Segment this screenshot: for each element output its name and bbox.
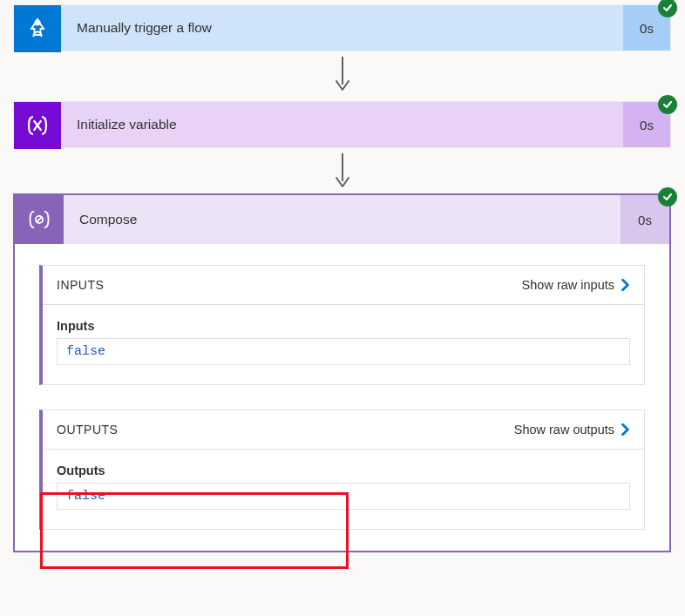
flow-step-trigger[interactable]: Manually trigger a flow 0s <box>13 4 671 51</box>
compose-body: INPUTS Show raw inputs Inputs false OUTP… <box>15 244 669 551</box>
outputs-field-label: Outputs <box>57 464 630 477</box>
show-raw-outputs-button[interactable]: Show raw outputs <box>514 423 632 437</box>
success-badge-icon <box>658 187 677 206</box>
show-raw-inputs-label: Show raw inputs <box>522 278 614 292</box>
inputs-panel: INPUTS Show raw inputs Inputs false <box>39 265 645 385</box>
step-title: Compose <box>64 195 621 244</box>
inputs-field-value: false <box>57 338 630 365</box>
svg-line-4 <box>37 217 42 222</box>
chevron-right-icon <box>620 279 632 291</box>
compose-icon <box>15 195 64 244</box>
success-badge-icon <box>658 95 677 114</box>
variable-icon <box>14 102 61 149</box>
inputs-field-label: Inputs <box>57 319 630 333</box>
inputs-header: INPUTS Show raw inputs <box>43 266 644 305</box>
compose-header[interactable]: Compose 0s <box>15 195 669 244</box>
inputs-body: Inputs false <box>43 305 644 384</box>
step-title: Initialize variable <box>61 102 623 147</box>
outputs-field-value: false <box>57 483 630 510</box>
show-raw-inputs-button[interactable]: Show raw inputs <box>522 278 632 292</box>
show-raw-outputs-label: Show raw outputs <box>514 423 614 437</box>
success-badge-icon <box>658 0 677 17</box>
chevron-right-icon <box>620 423 632 436</box>
outputs-panel: OUTPUTS Show raw outputs Outputs false <box>39 410 645 530</box>
outputs-section-title: OUTPUTS <box>57 423 118 437</box>
flow-step-init-variable[interactable]: Initialize variable 0s <box>13 101 671 148</box>
outputs-header: OUTPUTS Show raw outputs <box>43 410 644 450</box>
outputs-body: Outputs false <box>43 450 644 529</box>
step-title: Manually trigger a flow <box>61 5 623 51</box>
arrow-connector <box>0 148 685 193</box>
arrow-connector <box>0 51 685 97</box>
trigger-icon <box>14 5 61 52</box>
inputs-section-title: INPUTS <box>57 278 104 292</box>
flow-step-compose[interactable]: Compose 0s INPUTS Show raw inputs Inputs… <box>13 193 671 552</box>
